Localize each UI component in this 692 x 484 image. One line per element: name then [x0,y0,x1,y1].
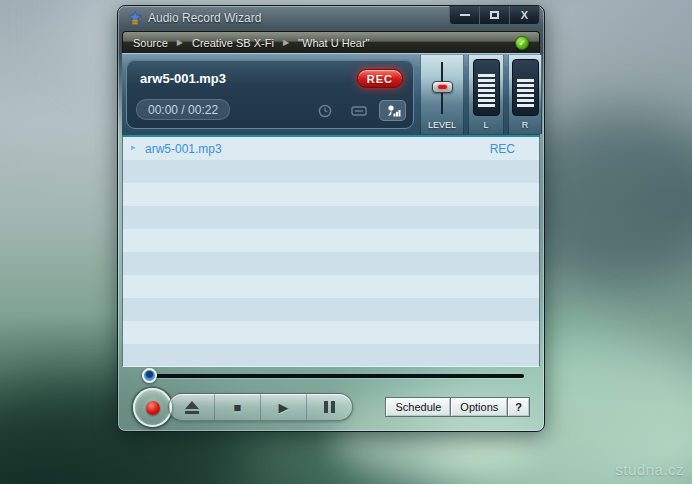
transport-bar: ■ ▶ [168,393,353,421]
bottom-controls: ■ ▶ Schedule Options ? [122,367,540,429]
breadcrumb-source[interactable]: Source [133,37,168,49]
file-naming-button[interactable] [345,100,372,121]
deck-panel: arw5-001.mp3 REC 00:00 / 00:22 [122,53,540,135]
title-bar[interactable]: Audio Record Wizard X [118,6,544,31]
app-icon [127,10,143,26]
display-icon-buttons [311,100,406,121]
source-breadcrumb-bar: Source ▶ Creative SB X-Fi ▶ "What U Hear… [122,31,540,53]
eject-icon [185,401,199,414]
status-ok-icon: ✓ [515,36,529,50]
level-slider-panel: LEVEL [420,55,464,134]
left-vu-meter [473,59,500,116]
current-filename: arw5-001.mp3 [140,71,226,86]
play-icon: ▶ [279,400,289,415]
recording-display: arw5-001.mp3 REC 00:00 / 00:22 [126,59,414,129]
recording-name: arw5-001.mp3 [145,142,222,156]
options-button[interactable]: Options [450,397,508,417]
seek-bar[interactable] [145,374,524,378]
minimize-icon [460,14,470,16]
chevron-right-icon: ▶ [177,38,183,47]
level-slider-handle[interactable] [432,81,453,93]
right-meter-panel: R [508,55,542,134]
tag-icon [351,105,367,117]
minimize-button[interactable] [449,6,480,25]
window-title: Audio Record Wizard [148,11,261,25]
window-controls: X [450,6,540,25]
right-meter-segments [517,79,534,107]
schedule-button[interactable]: Schedule [385,397,451,417]
watermark: studna.cz [615,461,684,478]
help-button[interactable]: ? [507,397,530,417]
stop-icon: ■ [234,400,242,415]
stop-button[interactable]: ■ [214,394,260,420]
mic-level-icon [385,104,401,118]
play-button[interactable]: ▶ [260,394,306,420]
record-icon [146,401,160,415]
recordings-list[interactable]: ▸ arw5-001.mp3 REC [122,135,540,367]
rec-badge: REC [357,69,403,88]
record-button[interactable] [133,388,172,427]
system-buttons: Schedule Options ? [386,397,530,417]
breadcrumb-input[interactable]: "What U Hear" [298,37,369,49]
row-arrow-icon: ▸ [131,142,136,152]
level-led [438,85,447,89]
left-meter-label: L [469,120,503,130]
right-meter-label: R [509,120,541,130]
left-meter-panel: L [468,55,504,134]
breadcrumb-device[interactable]: Creative SB X-Fi [192,37,274,49]
chevron-right-icon: ▶ [283,38,289,47]
left-meter-segments [478,74,495,107]
seek-thumb[interactable] [142,368,157,383]
maximize-button[interactable] [479,6,510,25]
right-vu-meter [512,59,539,116]
mic-source-button[interactable] [379,100,406,121]
audio-record-wizard-window: Audio Record Wizard X Source ▶ Creative … [117,5,545,432]
pause-icon [324,401,335,413]
timer-button[interactable] [311,100,338,121]
recording-status: REC [490,142,515,156]
level-label: LEVEL [421,120,463,130]
pause-button[interactable] [306,394,352,420]
maximize-icon [490,11,499,19]
close-button[interactable]: X [509,6,540,25]
eject-button[interactable] [169,394,214,420]
clock-icon [318,104,332,118]
time-display: 00:00 / 00:22 [136,99,230,120]
list-item[interactable]: ▸ arw5-001.mp3 REC [123,137,539,160]
close-icon: X [521,9,528,21]
